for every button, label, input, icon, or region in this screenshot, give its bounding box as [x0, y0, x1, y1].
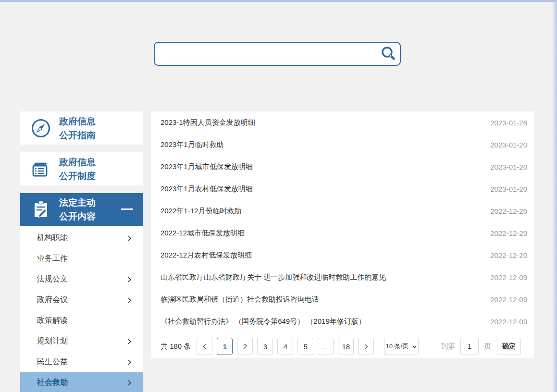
page-number-label: ...: [322, 343, 330, 351]
page-number-label: 18: [342, 343, 350, 351]
goto-suffix-label: 页: [484, 342, 491, 351]
search-icon: [380, 46, 396, 62]
article-date: 2023-01-20: [490, 163, 527, 171]
list-item: 《社会救助暂行办法》 （国务院令第649号） （2019年修订版） 2022-1…: [161, 310, 527, 332]
chevron-right-icon: [126, 338, 133, 345]
total-count-label: 共 180 条: [161, 342, 191, 351]
page-size-label: 10 条/页: [386, 342, 409, 351]
list-item: 2022-12城市低保发放明细 2022-12-20: [161, 222, 527, 244]
page-number-button[interactable]: 4: [277, 338, 293, 355]
page-number-button[interactable]: 5: [297, 338, 313, 355]
page-number-label: 2: [243, 343, 247, 351]
article-date: 2022-12-20: [490, 251, 527, 259]
article-link[interactable]: 《社会救助暂行办法》 （国务院令第649号） （2019年修订版）: [161, 317, 366, 326]
list-item: 2023-1特困人员资金发放明细 2023-01-28: [161, 111, 527, 134]
chevron-right-icon: [126, 359, 133, 366]
pagination-bar: 共 180 条 1 2 3 4 5: [161, 338, 527, 355]
article-link[interactable]: 2023年1月农村低保发放明细: [161, 184, 253, 194]
article-date: 2022-12-20: [490, 207, 527, 215]
chevron-down-icon: [412, 344, 417, 349]
chevron-right-icon: [126, 276, 133, 283]
search-box: [154, 42, 401, 66]
list-item: 2023年1月临时救助 2023-01-20: [161, 134, 527, 156]
goto-prefix-label: 到第: [441, 342, 455, 351]
sidebar-submenu-item[interactable]: 机构职能: [20, 228, 143, 248]
page-size-select[interactable]: 10 条/页: [384, 338, 419, 355]
list-item: 2022-12月农村低保发放明细 2022-12-20: [161, 244, 527, 266]
sidebar-submenu-item[interactable]: 业务工作: [20, 248, 143, 269]
submenu-item-label: 民生公益: [37, 357, 68, 367]
chevron-right-icon: [363, 343, 369, 350]
list-item: 临淄区民政局和镇（街道）社会救助投诉咨询电话 2022-12-09: [161, 288, 527, 310]
page-number-button[interactable]: 18: [338, 338, 354, 355]
article-date: 2022-12-09: [490, 295, 527, 304]
chevron-right-icon: [126, 380, 133, 386]
right-edge-gradient: [552, 0, 557, 392]
article-link[interactable]: 2023年1月临时救助: [161, 140, 224, 149]
top-accent-strip: [0, 0, 557, 2]
sidebar-item-label: 政府信息 公开指南: [59, 114, 96, 142]
page-number-label: 4: [284, 343, 287, 351]
page-number-button[interactable]: 3: [257, 338, 273, 355]
minus-icon[interactable]: [121, 208, 133, 210]
sidebar-item-gov-info-guide[interactable]: 政府信息 公开指南: [20, 111, 143, 145]
list-item: 2022年1-12月份临时救助 2022-12-20: [161, 200, 527, 222]
submenu-item-label: 政策解读: [37, 316, 68, 326]
search-button[interactable]: [377, 43, 400, 65]
goto-page-group: 到第 页 确定: [441, 338, 521, 355]
next-page-button[interactable]: [358, 338, 374, 355]
article-link[interactable]: 2023-1特困人员资金发放明细: [161, 118, 255, 127]
sidebar-submenu-item[interactable]: 政府会议: [20, 290, 143, 310]
article-link[interactable]: 2022-12月农村低保发放明细: [161, 251, 252, 260]
submenu-item-label: 法规公文: [37, 274, 68, 284]
submenu-item-label: 业务工作: [37, 254, 68, 264]
page-number-label: 5: [304, 343, 308, 351]
sidebar-submenu-item[interactable]: 社会救助: [20, 372, 143, 392]
article-date: 2023-01-20: [490, 141, 527, 149]
article-link[interactable]: 2023年1月城市低保发放明细: [161, 162, 253, 172]
article-link[interactable]: 临淄区民政局和镇（街道）社会救助投诉咨询电话: [161, 295, 319, 304]
article-date: 2022-12-09: [490, 273, 527, 282]
list-item: 2023年1月城市低保发放明细 2023-01-20: [161, 156, 527, 178]
page-number-label: 3: [263, 343, 267, 351]
article-date: 2022-12-20: [490, 229, 527, 237]
sidebar-item-label: 政府信息 公开制度: [59, 155, 96, 183]
clipboard-pen-icon: [30, 199, 51, 220]
prev-page-button[interactable]: [197, 338, 212, 355]
submenu-item-label: 政府会议: [37, 295, 68, 305]
page-number-button[interactable]: 1: [217, 338, 233, 355]
list-item: 山东省民政厅山东省财政厅关于 进一步加强和改进临时救助工作的意见 2022-12…: [161, 266, 527, 288]
list-item: 2023年1月农村低保发放明细 2023-01-20: [161, 178, 527, 200]
document-list-icon: [30, 159, 51, 180]
sidebar-submenu-item[interactable]: 法规公文: [20, 269, 143, 290]
sidebar-submenu-item[interactable]: 民生公益: [20, 352, 143, 372]
article-date: 2022-12-09: [490, 318, 527, 326]
article-link[interactable]: 2022-12城市低保发放明细: [161, 229, 245, 238]
sidebar-item-gov-info-system[interactable]: 政府信息 公开制度: [20, 152, 143, 185]
compass-icon: [30, 118, 51, 139]
article-link[interactable]: 山东省民政厅山东省财政厅关于 进一步加强和改进临时救助工作的意见: [161, 273, 386, 282]
submenu-item-label: 机构职能: [37, 233, 68, 243]
chevron-left-icon: [201, 343, 208, 350]
sidebar-submenu-item[interactable]: 规划计划: [20, 331, 143, 352]
sidebar-item-statutory-disclosure[interactable]: 法定主动 公开内容: [20, 193, 143, 226]
page-number-button[interactable]: 2: [237, 338, 253, 355]
goto-page-input[interactable]: [460, 338, 479, 355]
page-number-button[interactable]: ...: [318, 338, 334, 355]
confirm-button[interactable]: 确定: [497, 338, 521, 355]
page-number-label: 1: [223, 343, 227, 351]
chevron-right-icon: [126, 235, 133, 242]
article-list-panel: 2023-1特困人员资金发放明细 2023-01-28 2023年1月临时救助 …: [151, 111, 534, 358]
article-link[interactable]: 2022年1-12月份临时救助: [161, 207, 241, 216]
sidebar-submenu-item[interactable]: 政策解读: [20, 310, 143, 331]
article-date: 2023-01-20: [490, 185, 527, 193]
submenu-item-label: 规划计划: [37, 336, 68, 346]
search-input[interactable]: [155, 43, 377, 65]
chevron-right-icon: [126, 297, 133, 304]
sidebar-submenu: 机构职能 业务工作 法规公文: [20, 226, 143, 392]
sidebar-item-label: 法定主动 公开内容: [59, 196, 96, 223]
submenu-item-label: 社会救助: [37, 378, 68, 388]
article-date: 2023-01-28: [490, 119, 527, 127]
